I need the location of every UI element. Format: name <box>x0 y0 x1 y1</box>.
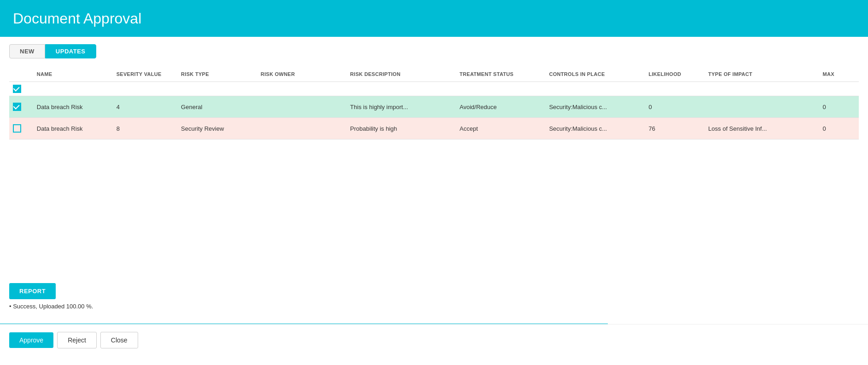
cell-likelihood-0: 0 <box>645 96 705 118</box>
row-checkbox-1[interactable] <box>13 124 21 133</box>
risk-table: NAME SEVERITY VALUE RISK TYPE RISK OWNER… <box>9 67 859 139</box>
footer-actions: Approve Reject Close <box>0 324 868 356</box>
cell-name-1: Data breach Risk <box>33 118 113 139</box>
cell-max-1: 0 <box>819 118 859 139</box>
col-header-max: MAX <box>819 67 859 82</box>
col-header-severity: SEVERITY VALUE <box>113 67 177 82</box>
select-all-checkbox[interactable] <box>13 85 21 93</box>
close-button[interactable]: Close <box>100 332 138 348</box>
reject-button[interactable]: Reject <box>57 332 97 348</box>
col-header-riskowner: RISK OWNER <box>257 67 346 82</box>
cell-controls-1: Security:Malicious c... <box>545 118 645 139</box>
cell-severity-1: 8 <box>113 118 177 139</box>
col-header-controls: CONTROLS IN PLACE <box>545 67 645 82</box>
col-header-risktype: RISK TYPE <box>177 67 257 82</box>
col-header-riskdesc: RISK DESCRIPTION <box>346 67 456 82</box>
cell-typeimpact-1: Loss of Sensitive Inf... <box>705 118 819 139</box>
col-header-check <box>9 67 33 82</box>
approve-button[interactable]: Approve <box>9 332 53 348</box>
cell-max-0: 0 <box>819 96 859 118</box>
col-header-likelihood: LIKELIHOOD <box>645 67 705 82</box>
col-header-typeimpact: TYPE OF IMPACT <box>705 67 819 82</box>
cell-risktype-1: Security Review <box>177 118 257 139</box>
bottom-section: REPORT Success, Uploaded 100.00 %. <box>0 274 102 310</box>
row-checkbox-0[interactable] <box>13 103 21 111</box>
page-header: Document Approval <box>0 0 868 37</box>
table-row: Data breach Risk8Security ReviewProbabil… <box>9 118 859 139</box>
select-all-row <box>9 82 859 96</box>
cell-treatment-0: Avoid/Reduce <box>456 96 545 118</box>
cell-riskdesc-1: Probability is high <box>346 118 456 139</box>
cell-riskowner-0 <box>257 96 346 118</box>
table-row: Data breach Risk4GeneralThis is highly i… <box>9 96 859 118</box>
tab-new[interactable]: NEW <box>9 44 45 58</box>
cell-risktype-0: General <box>177 96 257 118</box>
cell-treatment-1: Accept <box>456 118 545 139</box>
report-button[interactable]: REPORT <box>9 283 56 299</box>
table-container: NAME SEVERITY VALUE RISK TYPE RISK OWNER… <box>0 62 868 144</box>
cell-severity-0: 4 <box>113 96 177 118</box>
cell-name-0: Data breach Risk <box>33 96 113 118</box>
page-title: Document Approval <box>13 10 141 27</box>
col-header-treatment: TREATMENT STATUS <box>456 67 545 82</box>
cell-riskdesc-0: This is highly import... <box>346 96 456 118</box>
cell-controls-0: Security:Malicious c... <box>545 96 645 118</box>
cell-likelihood-1: 76 <box>645 118 705 139</box>
cell-typeimpact-0 <box>705 96 819 118</box>
success-message: Success, Uploaded 100.00 %. <box>9 303 93 310</box>
table-header-row: NAME SEVERITY VALUE RISK TYPE RISK OWNER… <box>9 67 859 82</box>
col-header-name: NAME <box>33 67 113 82</box>
tab-updates[interactable]: UPDATES <box>45 44 96 58</box>
cell-riskowner-1 <box>257 118 346 139</box>
tab-bar: NEW UPDATES <box>0 37 868 58</box>
